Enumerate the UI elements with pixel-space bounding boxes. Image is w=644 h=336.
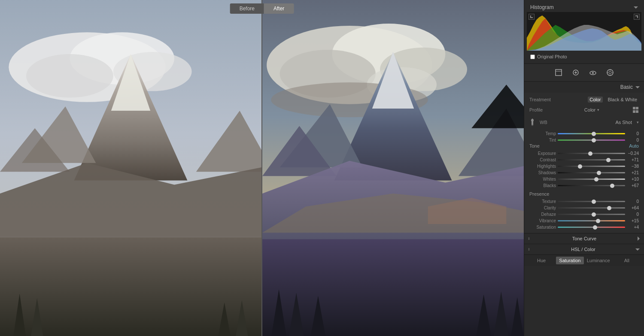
hsl-header[interactable]: HSL / Color — [524, 244, 644, 255]
texture-label: Texture — [529, 199, 556, 204]
histogram-clipping-shadows-icon[interactable] — [529, 14, 535, 20]
original-photo-checkbox[interactable] — [530, 54, 535, 59]
saturation-slider-thumb[interactable] — [593, 225, 597, 230]
basic-panel-header[interactable]: Basic — [524, 82, 644, 93]
contrast-slider-row: Contrast +71 — [528, 157, 641, 163]
clarity-label: Clarity — [529, 206, 556, 210]
vibrance-slider-track[interactable] — [558, 220, 625, 221]
histogram-header: Histogram — [527, 3, 641, 12]
tone-auto[interactable]: Auto — [629, 143, 639, 148]
svg-rect-39 — [556, 70, 562, 76]
hsl-title: HSL / Color — [571, 247, 595, 252]
hsl-tab-luminance[interactable]: Luminance — [585, 257, 612, 264]
presence-group-title: Presence — [528, 191, 641, 197]
exposure-slider-track[interactable] — [558, 153, 625, 154]
histogram-title: Histogram — [530, 4, 554, 10]
vibrance-label: Vibrance — [529, 218, 556, 223]
dehaze-slider-thumb[interactable] — [592, 212, 596, 217]
tint-label: Tint — [529, 138, 556, 142]
right-panel: Histogram — [524, 0, 644, 336]
exposure-label: Exposure — [529, 151, 556, 156]
tone-curve-left-indicator — [529, 237, 531, 240]
dehaze-slider-track[interactable] — [558, 214, 625, 215]
contrast-value: +71 — [627, 157, 639, 162]
wb-eyedropper-icon[interactable] — [529, 118, 536, 127]
basic-panel-title: Basic — [620, 84, 633, 90]
contrast-slider-thumb[interactable] — [606, 158, 611, 162]
treatment-bw-option[interactable]: Black & White — [606, 97, 639, 103]
highlights-slider-thumb[interactable] — [578, 164, 582, 169]
vibrance-value: +15 — [627, 218, 639, 223]
treatment-color-option[interactable]: Color — [588, 97, 602, 103]
temp-slider-row: Temp 0 — [528, 130, 641, 137]
hsl-collapse-icon — [635, 248, 640, 251]
healing-tool-icon[interactable] — [571, 67, 581, 78]
shadows-slider-track[interactable] — [558, 172, 625, 173]
highlights-value: −38 — [627, 164, 639, 169]
treatment-options: Color Black & White — [588, 97, 639, 103]
histogram-collapse-icon[interactable] — [634, 6, 638, 9]
contrast-slider-track[interactable] — [558, 159, 625, 160]
basic-panel-section: Basic Treatment Color Black & White Prof… — [524, 82, 644, 233]
profile-grid-icon[interactable] — [633, 107, 639, 113]
tone-curve-section[interactable]: Tone Curve — [524, 233, 644, 244]
histogram-canvas — [527, 12, 641, 51]
highlights-slider-track[interactable] — [558, 166, 625, 167]
texture-slider-thumb[interactable] — [592, 200, 596, 204]
tone-group-title: Tone Auto — [528, 143, 641, 148]
hsl-tab-saturation[interactable]: Saturation — [556, 257, 583, 264]
tint-slider-track[interactable] — [558, 139, 625, 141]
svg-point-45 — [592, 72, 594, 74]
after-image-panel — [262, 0, 524, 336]
clarity-slider-thumb[interactable] — [607, 206, 611, 210]
blacks-slider-thumb[interactable] — [610, 184, 614, 188]
shadows-value: +21 — [627, 170, 639, 175]
crop-tool-icon[interactable] — [553, 67, 564, 78]
original-photo-row: Original Photo — [527, 52, 641, 61]
blacks-slider-track[interactable] — [558, 185, 625, 186]
exposure-slider-thumb[interactable] — [588, 151, 592, 156]
texture-slider-track[interactable] — [558, 201, 625, 202]
profile-dropdown-indicator[interactable]: ▾ — [597, 108, 599, 112]
saturation-slider-track[interactable] — [558, 227, 625, 228]
blacks-label: Blacks — [529, 183, 556, 188]
whites-slider-thumb[interactable] — [594, 177, 598, 182]
basic-panel-collapse-icon — [635, 86, 640, 88]
basic-panel-content: Treatment Color Black & White Profile Co… — [524, 93, 644, 233]
tint-slider-row: Tint 0 — [528, 137, 641, 143]
after-mountain-svg — [262, 0, 524, 336]
whites-slider-track[interactable] — [558, 179, 625, 180]
wb-dropdown-icon[interactable]: ▾ — [637, 120, 639, 124]
after-tab[interactable]: After — [264, 3, 294, 14]
temp-slider-thumb[interactable] — [592, 132, 596, 136]
tint-slider-thumb[interactable] — [592, 138, 596, 142]
shadows-label: Shadows — [529, 170, 556, 175]
blacks-slider-row: Blacks +67 — [528, 182, 641, 189]
shadows-slider-thumb[interactable] — [597, 171, 601, 175]
wb-row: WB As Shot ▾ — [528, 117, 641, 128]
tint-value: 0 — [627, 138, 639, 142]
vibrance-slider-row: Vibrance +15 — [528, 218, 641, 224]
histogram-clipping-highlights-icon[interactable] — [634, 14, 640, 20]
calibration-tool-icon[interactable] — [605, 67, 615, 78]
original-photo-label: Original Photo — [537, 54, 567, 59]
highlights-slider-row: Highlights −38 — [528, 163, 641, 170]
hsl-tab-all[interactable]: All — [613, 257, 641, 264]
before-tab[interactable]: Before — [230, 3, 264, 14]
svg-point-52 — [532, 125, 533, 126]
redeye-tool-icon[interactable] — [588, 67, 598, 78]
dehaze-value: 0 — [627, 212, 639, 217]
hsl-tab-hue[interactable]: Hue — [528, 257, 555, 264]
texture-slider-row: Texture 0 — [528, 198, 641, 205]
images-container — [0, 0, 524, 336]
before-after-tabs: Before After — [230, 0, 294, 17]
vibrance-slider-thumb[interactable] — [596, 219, 600, 223]
temp-slider-track[interactable] — [558, 133, 625, 134]
saturation-value: +4 — [627, 225, 639, 230]
clarity-slider-track[interactable] — [558, 207, 625, 209]
histogram-section: Histogram — [524, 0, 644, 64]
tone-curve-title: Tone Curve — [572, 236, 596, 241]
svg-point-46 — [607, 70, 613, 76]
profile-value: Color ▾ — [584, 107, 599, 112]
before-mountain-svg — [0, 0, 261, 336]
